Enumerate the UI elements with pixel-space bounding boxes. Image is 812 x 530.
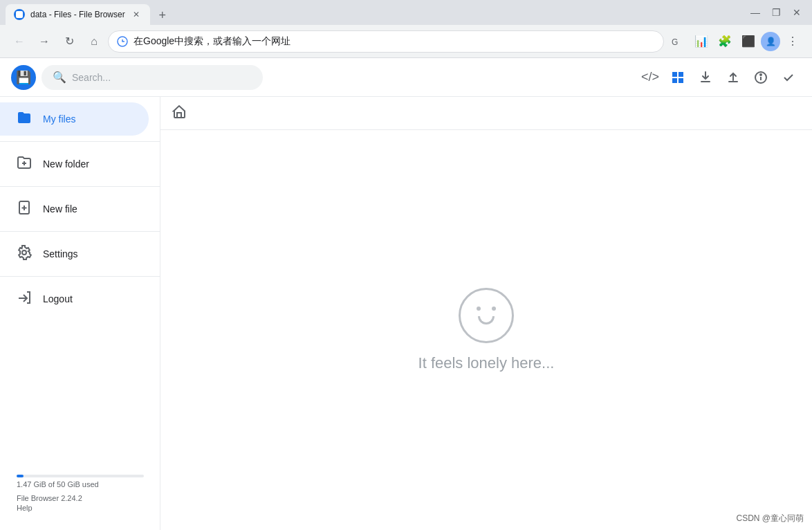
logout-icon [17, 290, 32, 309]
maximize-button[interactable]: ❐ [766, 3, 786, 22]
content-area: It feels lonely here... [160, 97, 812, 530]
storage-text: 1.47 GiB of 50 GiB used [17, 480, 143, 488]
google-icon [117, 36, 128, 47]
check-button[interactable] [776, 65, 801, 90]
forward-button[interactable]: → [33, 30, 55, 53]
sidebar-divider-1 [0, 141, 160, 142]
tab-title: data - Files - File Browser [30, 10, 125, 19]
sidebar-item-label: Settings [43, 248, 78, 259]
storage-bar: 1.47 GiB of 50 GiB used [17, 475, 143, 488]
extensions-button[interactable]: 🧩 [714, 30, 736, 53]
empty-state-message: It feels lonely here... [418, 354, 555, 372]
storage-bar-fill [17, 475, 24, 477]
sidebar-footer: 1.47 GiB of 50 GiB used File Browser 2.2… [0, 464, 160, 524]
toolbar-actions: </> [638, 65, 801, 90]
sidebar-item-new-file[interactable]: New file [0, 192, 149, 226]
info-button[interactable] [748, 65, 773, 90]
new-file-icon [17, 200, 32, 219]
new-tab-button[interactable]: + [153, 6, 172, 25]
nav-actions: G 📊 🧩 ⬛ 👤 ⋮ [667, 30, 804, 53]
sidebar-item-new-folder[interactable]: New folder [0, 147, 149, 181]
title-bar: data - Files - File Browser ✕ + — ❐ ✕ [0, 0, 812, 25]
home-button[interactable]: ⌂ [83, 30, 105, 53]
sad-face-icon [459, 288, 514, 343]
sidebar-item-label: Logout [43, 293, 73, 304]
search-input[interactable] [72, 72, 252, 83]
sidebar-toggle-button[interactable]: ⬛ [737, 30, 759, 53]
svg-rect-2 [672, 72, 677, 77]
sidebar-divider-2 [0, 186, 160, 187]
search-box[interactable]: 🔍 [41, 65, 263, 90]
profile-avatar[interactable]: 👤 [761, 32, 780, 51]
app-logo: 💾 [11, 65, 36, 90]
sidebar-item-logout[interactable]: Logout [0, 282, 149, 316]
main-content: My files New folder New file [0, 97, 812, 530]
settings-icon [17, 245, 32, 264]
sidebar: My files New folder New file [0, 97, 160, 530]
download-button[interactable] [693, 65, 718, 90]
svg-rect-5 [679, 78, 683, 83]
folder-icon [17, 110, 32, 129]
close-button[interactable]: ✕ [787, 3, 806, 22]
chrome-menu-button[interactable]: ⋮ [782, 30, 804, 53]
svg-point-14 [22, 250, 26, 255]
storage-bar-background [17, 475, 144, 477]
sidebar-divider-3 [0, 231, 160, 232]
code-view-button[interactable]: </> [638, 65, 663, 90]
address-text: 在Google中搜索，或者输入一个网址 [133, 35, 655, 48]
app-toolbar: 💾 🔍 </> [0, 58, 812, 97]
search-icon: 🔍 [53, 71, 66, 84]
tab-favicon [14, 9, 25, 20]
window-controls: — ❐ ✕ [746, 3, 806, 22]
upload-button[interactable] [721, 65, 746, 90]
footer-links: File Browser 2.24.2 Help [17, 494, 143, 512]
empty-state: It feels lonely here... [160, 130, 812, 530]
address-bar[interactable]: 在Google中搜索，或者输入一个网址 [108, 30, 664, 53]
tab-close-button[interactable]: ✕ [131, 9, 142, 20]
sidebar-item-label: My files [43, 113, 75, 125]
home-icon[interactable] [172, 104, 187, 122]
active-tab[interactable]: data - Files - File Browser ✕ [6, 4, 150, 25]
sidebar-item-my-files[interactable]: My files [0, 102, 149, 136]
svg-rect-3 [679, 72, 683, 77]
nav-bar: ← → ↻ ⌂ 在Google中搜索，或者输入一个网址 G 📊 🧩 ⬛ 👤 ⋮ [0, 25, 812, 58]
version-link[interactable]: File Browser 2.24.2 [17, 494, 143, 502]
stats-button[interactable]: 📊 [690, 30, 712, 53]
svg-text:G: G [672, 37, 678, 47]
help-link[interactable]: Help [17, 504, 143, 512]
sidebar-item-settings[interactable]: Settings [0, 237, 149, 271]
watermark: CSDN @童心同萌 [736, 513, 804, 524]
new-folder-icon [17, 155, 32, 174]
sidebar-item-label: New file [43, 203, 77, 214]
breadcrumb-bar [160, 97, 812, 130]
svg-rect-4 [672, 78, 677, 83]
translate-button[interactable]: G [667, 30, 689, 53]
reload-button[interactable]: ↻ [58, 30, 80, 53]
sidebar-divider-4 [0, 276, 160, 277]
minimize-button[interactable]: — [746, 3, 765, 22]
app-area: 💾 🔍 </> [0, 58, 812, 530]
svg-point-8 [760, 74, 762, 75]
grid-view-button[interactable] [665, 65, 690, 90]
back-button[interactable]: ← [8, 30, 30, 53]
sidebar-item-label: New folder [43, 158, 89, 170]
browser-frame: data - Files - File Browser ✕ + — ❐ ✕ ← … [0, 0, 812, 530]
tab-strip: data - Files - File Browser ✕ + [6, 0, 746, 25]
